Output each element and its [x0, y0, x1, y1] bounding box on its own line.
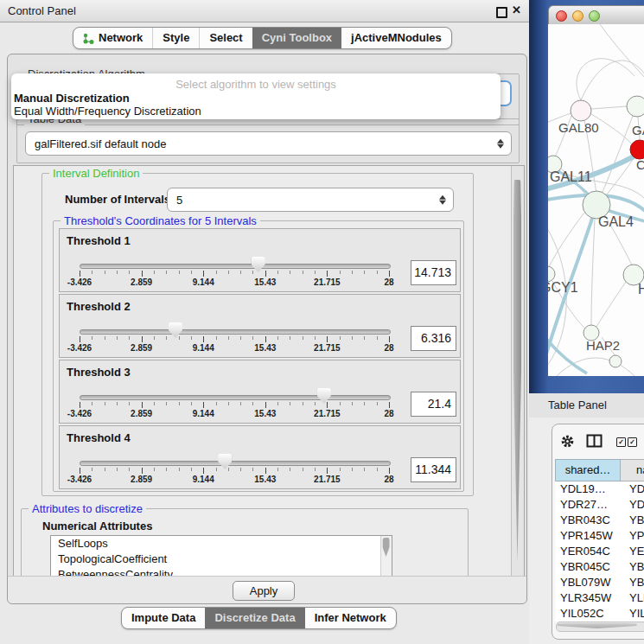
menu-item-equal-width-frequency[interactable]: Equal Width/Frequency Discretization: [14, 105, 201, 118]
threshold-4-slider[interactable]: -3.4262.8599.14415.4321.71528: [80, 452, 389, 487]
cell: YBL079W: [555, 575, 621, 590]
cyni-toolbox-panel: Discretization Algorithm Select algorith…: [7, 54, 527, 604]
float-window-icon[interactable]: [496, 7, 507, 18]
scrollbar-thumb[interactable]: [558, 623, 637, 628]
column-header-shared-name[interactable]: shared…: [555, 459, 621, 481]
node-label-gal80: GAL80: [558, 120, 599, 135]
spinner-arrows-icon: [439, 194, 446, 207]
table-row[interactable]: YBR043CYBR0: [555, 513, 644, 528]
node-table-container: ✓ ✓ shared… na YDL19…YDL1 YDR27…YDR2 YBR…: [552, 424, 644, 640]
network-window-titlebar: [548, 5, 644, 26]
network-node-ga[interactable]: [627, 96, 644, 117]
slider-tick-labels: -3.4262.8599.14415.4321.71528: [80, 409, 389, 419]
table-row[interactable]: YLR345WYLR3: [555, 590, 644, 606]
threshold-3-slider[interactable]: -3.4262.8599.14415.4321.71528: [80, 386, 389, 421]
gear-icon: [560, 434, 575, 449]
table-settings-button[interactable]: [560, 434, 575, 452]
cell: YLR3: [621, 590, 644, 606]
node-label-h: H: [638, 282, 644, 296]
columns-icon: [586, 434, 603, 448]
numerical-attributes-label: Numerical Attributes: [42, 520, 152, 532]
column-header-name[interactable]: na: [621, 459, 644, 481]
minimize-traffic-light-button[interactable]: [572, 10, 583, 22]
tab-network-label: Network: [99, 28, 143, 48]
tab-discretize-data-label: Discretize Data: [214, 608, 295, 628]
slider-track[interactable]: [80, 264, 391, 269]
threshold-2-slider[interactable]: -3.4262.8599.14415.4321.71528: [80, 321, 389, 355]
list-item-selfloops[interactable]: SelfLoops: [51, 536, 392, 552]
table-row[interactable]: YDR27…YDR2: [555, 497, 644, 513]
slider-track[interactable]: [80, 329, 391, 335]
attributes-section-title: Attributes to discretize: [29, 502, 146, 515]
table-panel-title: Table Panel: [548, 399, 607, 411]
table-header-row: shared… na: [555, 459, 644, 481]
network-node-gal80[interactable]: [571, 100, 591, 121]
number-of-intervals-value: 5: [176, 194, 182, 207]
tab-discretize-data[interactable]: Discretize Data: [205, 608, 304, 628]
table-row[interactable]: YDL19…YDL1: [555, 481, 644, 497]
tab-impute-data-label: Impute Data: [131, 608, 195, 628]
scrollbar-thumb[interactable]: [513, 180, 521, 562]
control-panel-tabs: Network Style Select Cyni Toolbox jActiv…: [73, 27, 452, 49]
apply-button[interactable]: Apply: [233, 581, 295, 601]
network-node-unlabeled[interactable]: [609, 355, 622, 367]
tab-style[interactable]: Style: [152, 28, 199, 48]
interval-definition-title: Interval Definition: [49, 167, 143, 180]
panel-footer: Apply: [8, 576, 526, 603]
select-columns-button[interactable]: [586, 434, 603, 451]
tab-impute-data[interactable]: Impute Data: [122, 608, 205, 628]
table-row[interactable]: YPR145WYPR1: [555, 528, 644, 544]
tab-cyni-toolbox[interactable]: Cyni Toolbox: [252, 28, 341, 48]
cell: YBR0: [621, 559, 644, 575]
threshold-coordinates-section: Threshold's Coordinates for 5 Intervals …: [53, 220, 464, 492]
node-label-gal4: GAL4: [598, 214, 634, 229]
slider-tick-labels: -3.4262.8599.14415.4321.71528: [80, 475, 389, 485]
node-label-hap2: HAP2: [586, 338, 620, 353]
network-view-canvas[interactable]: GAL80 GA C GAL11 GAL4 GCY1 H HAP2: [548, 24, 644, 376]
scrollbar-thumb[interactable]: [383, 538, 390, 557]
tab-select[interactable]: Select: [199, 28, 252, 48]
cell: YIL052C: [555, 606, 621, 622]
cell: YBL0: [621, 575, 644, 590]
threshold-4-value-field[interactable]: 11.344: [411, 457, 456, 482]
network-nodes: [548, 96, 644, 367]
checkbox-checked-icon: ✓: [616, 437, 626, 447]
threshold-4-panel: Threshold 4 -3.4262.8599.14415.4321.7152…: [59, 425, 461, 489]
cell: YIL0: [621, 606, 644, 622]
table-row[interactable]: YER054CYER0: [555, 544, 644, 559]
menu-item-manual-discretization[interactable]: Manual Discretization: [14, 92, 130, 105]
tab-jactivemnodules[interactable]: jActiveMNodules: [341, 28, 451, 48]
algorithm-settings-panel: Interval Definition Number of Intervals …: [13, 165, 525, 578]
threshold-1-slider[interactable]: -3.4262.8599.14415.4321.71528: [80, 255, 389, 290]
table-row[interactable]: YIL052CYIL0: [555, 606, 644, 622]
threshold-4-label: Threshold 4: [67, 431, 131, 444]
threshold-1-value-field[interactable]: 14.713: [411, 260, 456, 285]
cell: YBR043C: [555, 513, 621, 528]
table-data-select[interactable]: galFiltered.sif default node: [25, 131, 512, 156]
tab-infer-network[interactable]: Infer Network: [305, 608, 396, 628]
slider-track[interactable]: [80, 461, 391, 466]
node-label-gal11: GAL11: [550, 169, 592, 184]
threshold-2-label: Threshold 2: [67, 300, 131, 313]
select-all-none-button[interactable]: ✓ ✓: [616, 437, 637, 447]
close-icon[interactable]: ✕: [512, 3, 521, 16]
list-vertical-scrollbar[interactable]: [380, 536, 392, 578]
table-panel-titlebar: Table Panel: [529, 393, 644, 418]
zoom-traffic-light-button[interactable]: [589, 10, 600, 22]
horizontal-scrollbar[interactable]: [556, 622, 644, 632]
cell: YBR0: [621, 513, 644, 528]
close-traffic-light-button[interactable]: [556, 10, 567, 22]
node-label-ga: GA: [632, 123, 644, 137]
table-body: YDL19…YDL1 YDR27…YDR2 YBR043CYBR0 YPR145…: [555, 481, 644, 622]
threshold-3-label: Threshold 3: [67, 366, 131, 379]
list-item-topologicalcoefficient[interactable]: TopologicalCoefficient: [51, 552, 392, 567]
table-row[interactable]: YBL079WYBL0: [555, 575, 644, 590]
threshold-3-value-field[interactable]: 21.4: [411, 392, 456, 417]
table-row[interactable]: YBR045CYBR0: [555, 559, 644, 575]
algorithm-dropdown-popup: Select algorithm to view settings Manual…: [11, 73, 501, 119]
tab-network[interactable]: Network: [73, 28, 152, 48]
threshold-2-value-field[interactable]: 6.316: [411, 326, 456, 351]
slider-track[interactable]: [80, 395, 391, 400]
number-of-intervals-select[interactable]: 5: [167, 188, 454, 212]
vertical-scrollbar[interactable]: [511, 166, 524, 577]
